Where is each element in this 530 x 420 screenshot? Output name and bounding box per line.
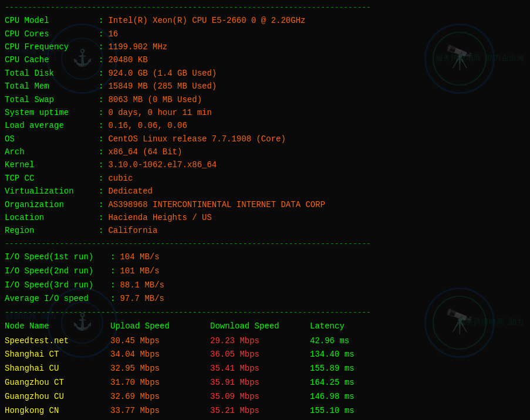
info-value: 924.0 GB (1.4 GB Used) <box>108 67 217 80</box>
network-row: Guangzhou CT31.70 Mbps35.91 Mbps164.25 m… <box>5 376 525 390</box>
io-speed-section: I/O Speed(1st run): 104 MB/sI/O Speed(2n… <box>5 250 525 306</box>
info-value: 8063 MB (0 MB Used) <box>108 93 202 106</box>
info-row: TCP CC: cubic <box>5 172 525 185</box>
info-row: CPU Cache: 20480 KB <box>5 53 525 66</box>
download-value: 36.05 Mbps <box>210 348 310 362</box>
io-value: 104 MB/s <box>120 250 159 265</box>
io-label: I/O Speed(1st run) <box>5 250 110 265</box>
info-label: Total Swap <box>5 93 99 106</box>
info-row: Load average: 0.16, 0.06, 0.06 <box>5 119 525 132</box>
info-colon: : <box>99 14 103 27</box>
info-colon: : <box>99 106 103 119</box>
io-value: 88.1 MB/s <box>120 279 164 293</box>
info-value: cubic <box>108 172 133 185</box>
info-row: CPU Cores: 16 <box>5 28 525 40</box>
network-row: Guangzhou CU32.69 Mbps35.09 Mbps146.98 m… <box>5 390 525 404</box>
info-label: Total Mem <box>5 80 99 93</box>
info-row: Total Swap: 8063 MB (0 MB Used) <box>5 93 525 106</box>
info-colon: : <box>99 185 103 198</box>
network-row: Tokyo JP31.93 Mbps35.88 Mbps111.23 ms <box>5 418 525 420</box>
io-label: Average I/O speed <box>5 292 110 306</box>
mid-divider-2: ----------------------------------------… <box>5 307 525 318</box>
info-colon: : <box>99 40 103 53</box>
info-row: Arch: x86_64 (64 Bit) <box>5 145 525 158</box>
info-value: 0 days, 0 hour 11 min <box>108 106 211 119</box>
info-label: OS <box>5 133 99 145</box>
info-colon: : <box>99 67 103 80</box>
network-row: Shanghai CT34.04 Mbps36.05 Mbps134.40 ms <box>5 348 525 362</box>
info-value: 3.10.0-1062.el7.x86_64 <box>108 158 217 171</box>
info-colon: : <box>99 133 103 145</box>
io-row: I/O Speed(2nd run): 101 MB/s <box>5 265 525 279</box>
upload-value: 32.95 Mbps <box>110 362 210 376</box>
node-name: Hongkong CN <box>5 404 110 418</box>
info-label: CPU Model <box>5 14 99 27</box>
info-value: Dedicated <box>108 185 153 198</box>
info-value: 0.16, 0.06, 0.06 <box>108 119 187 132</box>
io-value: 97.7 MB/s <box>120 292 164 306</box>
latency-value: 155.89 ms <box>310 362 380 376</box>
io-row: I/O Speed(1st run): 104 MB/s <box>5 250 525 265</box>
info-colon: : <box>99 158 103 171</box>
node-name: Guangzhou CT <box>5 376 110 390</box>
download-value: 35.21 Mbps <box>210 404 310 418</box>
info-colon: : <box>99 145 103 158</box>
download-value: 35.91 Mbps <box>210 376 310 390</box>
main-container: ----------------------------------------… <box>0 0 530 420</box>
info-colon: : <box>99 93 103 106</box>
info-row: Total Disk: 924.0 GB (1.4 GB Used) <box>5 67 525 80</box>
info-value: 20480 KB <box>108 53 147 66</box>
io-colon: : <box>110 265 115 279</box>
upload-value: 30.45 Mbps <box>110 334 210 348</box>
info-value: 16 <box>108 28 118 40</box>
io-colon: : <box>110 292 115 306</box>
info-colon: : <box>99 80 103 93</box>
download-value: 35.09 Mbps <box>210 390 310 404</box>
io-colon: : <box>110 279 115 293</box>
info-label: Arch <box>5 145 99 158</box>
io-colon: : <box>110 250 115 265</box>
info-colon: : <box>99 224 103 237</box>
info-value: AS398968 INTERCONTINENTAL INTERNET DATA … <box>108 198 325 211</box>
upload-value: 31.70 Mbps <box>110 376 210 390</box>
upload-value: 32.69 Mbps <box>110 390 210 404</box>
info-value: 1199.902 MHz <box>108 40 167 53</box>
info-colon: : <box>99 211 103 224</box>
network-speed-section: Node NameUpload SpeedDownload SpeedLaten… <box>5 319 525 420</box>
upload-value: 31.93 Mbps <box>110 418 210 420</box>
col-header-node: Node Name <box>5 319 110 334</box>
node-name: Speedtest.net <box>5 334 110 348</box>
io-value: 101 MB/s <box>120 265 159 279</box>
info-label: TCP CC <box>5 172 99 185</box>
info-row: Region: California <box>5 224 525 237</box>
io-row: I/O Speed(3rd run): 88.1 MB/s <box>5 279 525 293</box>
info-label: Virtualization <box>5 185 99 198</box>
node-name: Shanghai CU <box>5 362 110 376</box>
upload-value: 33.77 Mbps <box>110 404 210 418</box>
download-value: 35.88 Mbps <box>210 418 310 420</box>
info-colon: : <box>99 28 103 40</box>
info-row: CPU Frequency: 1199.902 MHz <box>5 40 525 53</box>
latency-value: 155.10 ms <box>310 404 380 418</box>
latency-value: 164.25 ms <box>310 376 380 390</box>
col-header-download: Download Speed <box>210 319 310 334</box>
info-row: System uptime: 0 days, 0 hour 11 min <box>5 106 525 119</box>
info-label: System uptime <box>5 106 99 119</box>
network-table-header: Node NameUpload SpeedDownload SpeedLaten… <box>5 319 525 334</box>
info-label: Kernel <box>5 158 99 171</box>
network-row: Hongkong CN33.77 Mbps35.21 Mbps155.10 ms <box>5 404 525 418</box>
info-row: Organization: AS398968 INTERCONTINENTAL … <box>5 198 525 211</box>
info-value: x86_64 (64 Bit) <box>108 145 182 158</box>
info-label: Total Disk <box>5 67 99 80</box>
download-value: 35.41 Mbps <box>210 362 310 376</box>
io-row: Average I/O speed: 97.7 MB/s <box>5 292 525 306</box>
info-label: CPU Cache <box>5 53 99 66</box>
info-label: Location <box>5 211 99 224</box>
latency-value: 42.96 ms <box>310 334 380 348</box>
info-value: Intel(R) Xeon(R) CPU E5-2660 0 @ 2.20GHz <box>108 14 305 27</box>
io-label: I/O Speed(3rd run) <box>5 279 110 293</box>
upload-value: 34.04 Mbps <box>110 348 210 362</box>
io-label: I/O Speed(2nd run) <box>5 265 110 279</box>
network-row: Speedtest.net30.45 Mbps29.23 Mbps42.96 m… <box>5 334 525 348</box>
info-colon: : <box>99 172 103 185</box>
